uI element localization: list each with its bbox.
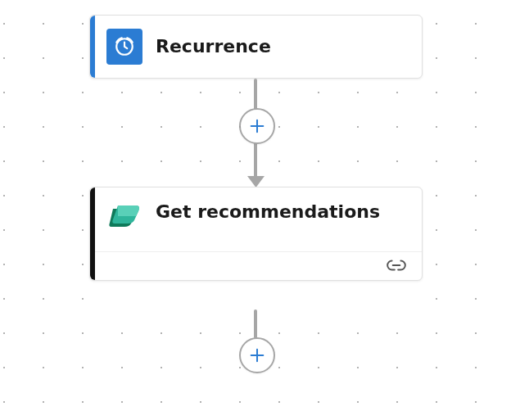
grid-dot [3,92,5,93]
grid-dot [436,298,437,300]
link-icon[interactable] [386,259,407,274]
grid-dot [43,264,44,265]
grid-dot [396,401,398,403]
trigger-accent-bar [90,16,95,78]
grid-dot [200,92,201,93]
grid-dot [318,332,319,334]
grid-dot [82,92,84,93]
trigger-title: Recurrence [156,35,271,58]
grid-dot [475,264,477,265]
grid-dot [121,160,123,162]
grid-dot [200,160,201,162]
grid-dot [436,401,437,403]
grid-dot [357,160,359,162]
grid-dot [436,57,437,59]
grid-dot [475,160,477,162]
grid-dot [3,332,5,334]
action-accent-bar [90,187,95,280]
grid-dot [82,229,84,231]
grid-dot [43,160,44,162]
grid-dot [82,332,84,334]
grid-dot [161,92,162,93]
grid-dot [82,23,84,25]
grid-dot [82,195,84,196]
grid-dot [82,160,84,162]
grid-dot [396,332,398,334]
grid-dot [3,57,5,59]
grid-dot [318,160,319,162]
grid-dot [278,160,280,162]
grid-dot [436,126,437,128]
grid-dot [82,264,84,265]
trigger-card-recurrence[interactable]: Recurrence [89,15,423,79]
grid-dot [121,332,123,334]
grid-dot [436,195,437,196]
grid-dot [43,57,44,59]
connector [254,309,257,339]
grid-dot [239,126,241,128]
card-footer [90,251,422,280]
grid-dot [436,23,437,25]
add-step-button[interactable] [239,108,275,144]
grid-dot [436,92,437,93]
grid-dot [3,367,5,368]
grid-dot [475,332,477,334]
grid-dot [278,92,280,93]
grid-dot [475,92,477,93]
action-title: Get recommendations [156,201,380,224]
grid-dot [357,367,359,368]
grid-dot [278,367,280,368]
grid-dot [3,298,5,300]
grid-dot [161,401,162,403]
grid-dot [396,160,398,162]
grid-dot [278,332,280,334]
grid-dot [396,367,398,368]
grid-dot [3,229,5,231]
grid-dot [475,229,477,231]
arrow-down-icon [247,175,265,187]
grid-dot [82,367,84,368]
grid-dot [396,92,398,93]
grid-dot [475,57,477,59]
grid-dot [239,332,241,334]
grid-dot [121,92,123,93]
grid-dot [161,367,162,368]
grid-dot [82,126,84,128]
grid-dot [43,332,44,334]
grid-dot [318,367,319,368]
grid-dot [239,160,241,162]
power-platform-icon [106,201,142,237]
grid-dot [82,298,84,300]
grid-dot [436,160,437,162]
grid-dot [200,332,201,334]
grid-dot [3,23,5,25]
grid-dot [3,160,5,162]
grid-dot [121,401,123,403]
grid-dot [43,229,44,231]
clock-icon [106,29,142,65]
action-card-get-recommendations[interactable]: Get recommendations [89,187,423,281]
add-step-button[interactable] [239,337,275,373]
grid-dot [475,401,477,403]
grid-dot [475,367,477,368]
grid-dot [278,126,280,128]
grid-dot [121,367,123,368]
grid-dot [121,126,123,128]
grid-dot [161,126,162,128]
grid-dot [475,126,477,128]
grid-dot [278,401,280,403]
grid-dot [200,367,201,368]
grid-dot [357,401,359,403]
grid-dot [436,332,437,334]
grid-dot [357,92,359,93]
grid-dot [318,92,319,93]
grid-dot [475,298,477,300]
grid-dot [43,126,44,128]
grid-dot [43,367,44,368]
flow-canvas[interactable]: Recurrence Get recommendations [0,0,511,420]
grid-dot [318,126,319,128]
grid-dot [3,264,5,265]
grid-dot [357,332,359,334]
grid-dot [436,229,437,231]
grid-dot [161,160,162,162]
